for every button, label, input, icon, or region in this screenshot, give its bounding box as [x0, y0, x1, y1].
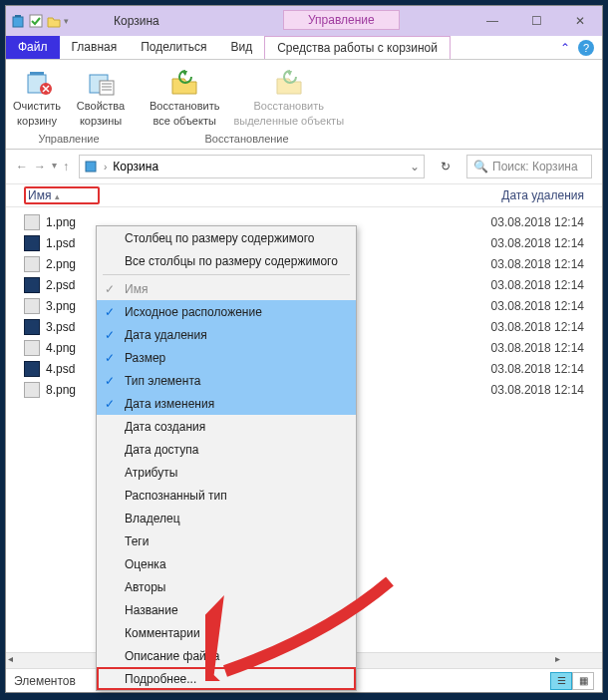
breadcrumb-item[interactable]: Корзина	[113, 160, 158, 174]
file-type-icon	[24, 319, 40, 335]
maximize-button[interactable]: ☐	[514, 6, 558, 36]
search-placeholder: Поиск: Корзина	[492, 160, 578, 174]
file-date-deleted: 03.08.2018 12:14	[491, 383, 584, 397]
nav-up-button[interactable]: ↑	[63, 160, 69, 174]
close-button[interactable]: ✕	[558, 6, 602, 36]
file-date-deleted: 03.08.2018 12:14	[491, 278, 584, 292]
menu-col-date-deleted[interactable]: ✓Дата удаления	[97, 323, 356, 346]
empty-bin-icon	[21, 66, 53, 98]
menu-col-detected-type[interactable]: Распознанный тип	[97, 484, 356, 507]
refresh-button[interactable]: ↻	[435, 160, 456, 174]
window-title: Корзина	[114, 14, 159, 28]
ribbon-content: Очистить корзину Свойства корзины Управл…	[6, 60, 602, 150]
tab-home[interactable]: Главная	[60, 36, 130, 59]
column-header-date[interactable]: Дата удаления	[501, 188, 584, 202]
svg-rect-5	[100, 81, 114, 95]
file-date-deleted: 03.08.2018 12:14	[491, 257, 584, 271]
svg-rect-6	[86, 162, 96, 172]
restore-selected-icon	[273, 66, 305, 98]
search-icon: 🔍	[473, 160, 488, 174]
menu-col-rating[interactable]: Оценка	[97, 552, 356, 575]
column-context-menu: Столбец по размеру содержимого Все столб…	[96, 225, 357, 691]
ribbon-collapse-icon[interactable]: ⌃	[560, 41, 570, 55]
file-date-deleted: 03.08.2018 12:14	[491, 299, 584, 313]
file-type-icon	[24, 382, 40, 398]
menu-col-title[interactable]: Название	[97, 598, 356, 621]
menu-col-original-location[interactable]: ✓Исходное расположение	[97, 300, 356, 323]
column-header-name[interactable]: Имя ▴	[24, 186, 100, 204]
ribbon-group-restore: Восстановить все объекты Восстановить вы…	[150, 66, 344, 149]
svg-rect-0	[13, 17, 23, 27]
nav-forward-button[interactable]: →	[34, 160, 46, 174]
ribbon-group-manage-label: Управление	[38, 133, 99, 145]
file-date-deleted: 03.08.2018 12:14	[491, 341, 584, 355]
bin-properties-icon	[85, 66, 117, 98]
search-box[interactable]: 🔍 Поиск: Корзина	[466, 155, 592, 178]
window-buttons: — ☐ ✕	[470, 6, 602, 36]
check-icon: ✓	[105, 397, 115, 411]
recycle-bin-breadcrumb-icon	[84, 159, 98, 175]
menu-more[interactable]: Подробнее...	[97, 667, 356, 690]
ribbon-group-restore-label: Восстановление	[204, 133, 288, 145]
menu-col-date-accessed[interactable]: Дата доступа	[97, 438, 356, 461]
menu-col-item-type[interactable]: ✓Тип элемента	[97, 369, 356, 392]
tab-file[interactable]: Файл	[6, 36, 60, 59]
address-bar[interactable]: › Корзина ⌄	[79, 155, 425, 178]
menu-col-comments[interactable]: Комментарии	[97, 621, 356, 644]
help-icon[interactable]: ?	[578, 40, 594, 56]
nav-back-button[interactable]: ←	[16, 160, 28, 174]
menu-col-name[interactable]: ✓Имя	[97, 277, 356, 300]
titlebar[interactable]: ▾ Корзина Управление — ☐ ✕	[6, 6, 602, 36]
view-details-button[interactable]: ☰	[550, 672, 572, 690]
file-type-icon	[24, 214, 40, 230]
view-icons-button[interactable]: ▦	[572, 672, 594, 690]
file-type-icon	[24, 298, 40, 314]
ribbon-context-tab-header: Управление	[283, 10, 400, 30]
tab-share[interactable]: Поделиться	[129, 36, 218, 59]
column-headers: Имя ▴ Дата удаления	[6, 183, 602, 207]
qat-overflow-icon[interactable]: ▾	[64, 16, 69, 26]
check-icon: ✓	[105, 351, 115, 365]
check-icon: ✓	[105, 328, 115, 342]
check-icon: ✓	[105, 374, 115, 388]
menu-col-attributes[interactable]: Атрибуты	[97, 461, 356, 484]
menu-size-all-columns-to-fit[interactable]: Все столбцы по размеру содержимого	[97, 249, 356, 272]
file-type-icon	[24, 256, 40, 272]
file-type-icon	[24, 235, 40, 251]
check-icon: ✓	[105, 282, 115, 296]
nav-arrows: ← → ▾ ↑	[16, 160, 69, 174]
breadcrumb-chevron-icon[interactable]: ›	[104, 162, 107, 173]
file-type-icon	[24, 277, 40, 293]
menu-col-authors[interactable]: Авторы	[97, 575, 356, 598]
tab-recycle-tools[interactable]: Средства работы с корзиной	[264, 36, 451, 59]
menu-size-column-to-fit[interactable]: Столбец по размеру содержимого	[97, 226, 356, 249]
nav-history-button[interactable]: ▾	[52, 160, 57, 174]
quick-access-toolbar: ▾	[6, 13, 73, 29]
minimize-button[interactable]: —	[470, 6, 514, 36]
recycle-bin-icon	[10, 13, 26, 29]
file-date-deleted: 03.08.2018 12:14	[491, 215, 584, 229]
menu-col-owner[interactable]: Владелец	[97, 507, 356, 529]
file-date-deleted: 03.08.2018 12:14	[491, 362, 584, 376]
file-date-deleted: 03.08.2018 12:14	[491, 236, 584, 250]
restore-all-button[interactable]: Восстановить все объекты	[150, 66, 219, 127]
restore-selected-button[interactable]: Восстановить выделенные объекты	[233, 66, 344, 127]
check-icon: ✓	[105, 305, 115, 319]
bin-properties-button[interactable]: Свойства корзины	[76, 66, 126, 127]
menu-col-tags[interactable]: Теги	[97, 529, 356, 552]
restore-all-icon	[168, 66, 200, 98]
ribbon-group-manage: Очистить корзину Свойства корзины Управл…	[12, 66, 126, 149]
address-dropdown-icon[interactable]: ⌄	[410, 160, 420, 174]
menu-col-date-modified[interactable]: ✓Дата изменения	[97, 392, 356, 415]
file-type-icon	[24, 340, 40, 356]
file-date-deleted: 03.08.2018 12:14	[491, 320, 584, 334]
menu-col-date-created[interactable]: Дата создания	[97, 415, 356, 438]
qat-checkbox-icon[interactable]	[28, 13, 44, 29]
menu-col-file-description[interactable]: Описание файла	[97, 644, 356, 667]
tab-view[interactable]: Вид	[218, 36, 264, 59]
file-type-icon	[24, 361, 40, 377]
status-item-count: Элементов	[14, 674, 76, 688]
qat-folder-icon[interactable]	[46, 13, 62, 29]
empty-recycle-bin-button[interactable]: Очистить корзину	[12, 66, 62, 127]
menu-col-size[interactable]: ✓Размер	[97, 346, 356, 369]
